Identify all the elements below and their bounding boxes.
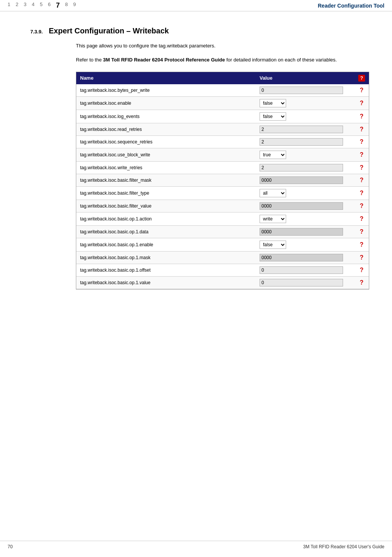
param-name: tag.writeback.isoc.sequence_retries <box>76 135 256 148</box>
nav-item-4[interactable]: 4 <box>32 2 35 9</box>
help-icon[interactable]: ? <box>354 186 369 200</box>
table-row: tag.writeback.isoc.basic.op.1.offset? <box>76 264 369 276</box>
param-name: tag.writeback.isoc.use_block_write <box>76 148 256 161</box>
param-name: tag.writeback.isoc.enable <box>76 96 256 110</box>
config-table-wrapper: Name Value ? tag.writeback.isoc.bytes_pe… <box>76 72 369 290</box>
table-body: tag.writeback.isoc.bytes_per_write?tag.w… <box>76 84 369 289</box>
app-title: Reader Configuration Tool <box>318 3 384 9</box>
col-value-header: Value <box>256 72 354 84</box>
param-select[interactable]: falsetrue <box>260 99 286 107</box>
param-input[interactable] <box>260 228 343 236</box>
desc2-bold: 3M Toll RFID Reader 6204 Protocol Refere… <box>103 57 225 63</box>
param-input[interactable] <box>260 266 343 274</box>
nav-item-9[interactable]: 9 <box>73 2 76 9</box>
param-value-cell <box>256 161 354 174</box>
param-value-cell <box>256 251 354 264</box>
help-icon[interactable]: ? <box>354 135 369 148</box>
param-name: tag.writeback.isoc.log_events <box>76 110 256 123</box>
description2: Refer to the 3M Toll RFID Reader 6204 Pr… <box>76 56 369 64</box>
table-row: tag.writeback.isoc.basic.filter_mask? <box>76 174 369 186</box>
help-icon[interactable]: ? <box>354 123 369 135</box>
param-name: tag.writeback.isoc.bytes_per_write <box>76 84 256 97</box>
nav-item-6[interactable]: 6 <box>48 2 50 9</box>
col-help-header: ? <box>354 72 369 84</box>
table-row: tag.writeback.isoc.bytes_per_write? <box>76 84 369 97</box>
param-input[interactable] <box>260 126 343 133</box>
table-row: tag.writeback.isoc.basic.filter_typealln… <box>76 186 369 200</box>
nav-numbers: 123456789 <box>8 2 76 9</box>
help-header-icon[interactable]: ? <box>358 75 365 82</box>
table-row: tag.writeback.isoc.write_retries? <box>76 161 369 174</box>
section-heading: 7.3.9. Expert Configuration – Writeback <box>30 27 369 35</box>
param-value-cell <box>256 276 354 289</box>
help-icon[interactable]: ? <box>354 276 369 289</box>
nav-item-7[interactable]: 7 <box>56 2 60 9</box>
param-value-cell: falsetrue <box>256 110 354 123</box>
param-input[interactable] <box>260 138 343 146</box>
param-name: tag.writeback.isoc.basic.op.1.enable <box>76 238 256 251</box>
description1: This page allows you to configure the ta… <box>76 42 369 50</box>
param-input[interactable] <box>260 164 343 172</box>
help-icon[interactable]: ? <box>354 174 369 186</box>
help-icon[interactable]: ? <box>354 212 369 225</box>
table-row: tag.writeback.isoc.basic.op.1.enablefals… <box>76 238 369 251</box>
nav-item-8[interactable]: 8 <box>65 2 68 9</box>
help-icon[interactable]: ? <box>354 225 369 238</box>
main-content: 7.3.9. Expert Configuration – Writeback … <box>0 11 392 305</box>
config-table: Name Value ? tag.writeback.isoc.bytes_pe… <box>76 72 369 289</box>
param-select[interactable]: truefalse <box>260 151 286 159</box>
help-icon[interactable]: ? <box>354 238 369 251</box>
param-name: tag.writeback.isoc.basic.filter_type <box>76 186 256 200</box>
param-select[interactable]: allnone <box>260 189 286 197</box>
nav-item-3[interactable]: 3 <box>24 2 26 9</box>
desc2-prefix: Refer to the <box>76 57 103 63</box>
table-row: tag.writeback.isoc.read_retries? <box>76 123 369 135</box>
section-title: Expert Configuration – Writeback <box>49 27 169 35</box>
help-icon[interactable]: ? <box>354 200 369 212</box>
param-input[interactable] <box>260 87 343 94</box>
table-row: tag.writeback.isoc.sequence_retries? <box>76 135 369 148</box>
col-name-header: Name <box>76 72 256 84</box>
table-row: tag.writeback.isoc.basic.op.1.value? <box>76 276 369 289</box>
param-input[interactable] <box>260 279 343 286</box>
param-input[interactable] <box>260 254 343 261</box>
param-name: tag.writeback.isoc.basic.op.1.value <box>76 276 256 289</box>
help-icon[interactable]: ? <box>354 161 369 174</box>
help-icon[interactable]: ? <box>354 110 369 123</box>
param-value-cell <box>256 174 354 186</box>
param-input[interactable] <box>260 202 343 210</box>
param-value-cell <box>256 225 354 238</box>
footer-doc-title: 3M Toll RFID Reader 6204 User's Guide <box>303 544 384 549</box>
param-name: tag.writeback.isoc.basic.op.1.data <box>76 225 256 238</box>
param-name: tag.writeback.isoc.write_retries <box>76 161 256 174</box>
param-select[interactable]: writeread <box>260 215 286 223</box>
table-row: tag.writeback.isoc.basic.op.1.actionwrit… <box>76 212 369 225</box>
table-row: tag.writeback.isoc.basic.op.1.mask? <box>76 251 369 264</box>
table-row: tag.writeback.isoc.basic.filter_value? <box>76 200 369 212</box>
help-icon[interactable]: ? <box>354 96 369 110</box>
table-row: tag.writeback.isoc.use_block_writetruefa… <box>76 148 369 161</box>
param-value-cell: falsetrue <box>256 238 354 251</box>
table-row: tag.writeback.isoc.log_eventsfalsetrue? <box>76 110 369 123</box>
help-icon[interactable]: ? <box>354 251 369 264</box>
nav-item-2[interactable]: 2 <box>16 2 18 9</box>
param-name: tag.writeback.isoc.basic.op.1.offset <box>76 264 256 276</box>
param-input[interactable] <box>260 176 343 184</box>
footer: 70 3M Toll RFID Reader 6204 User's Guide <box>0 541 392 549</box>
nav-item-5[interactable]: 5 <box>40 2 43 9</box>
param-value-cell: truefalse <box>256 148 354 161</box>
desc2-suffix: for detailed information on each of thes… <box>225 57 337 63</box>
param-name: tag.writeback.isoc.read_retries <box>76 123 256 135</box>
table-row: tag.writeback.isoc.enablefalsetrue? <box>76 96 369 110</box>
nav-item-1[interactable]: 1 <box>8 2 10 9</box>
help-icon[interactable]: ? <box>354 148 369 161</box>
param-name: tag.writeback.isoc.basic.filter_mask <box>76 174 256 186</box>
param-value-cell: falsetrue <box>256 96 354 110</box>
param-select[interactable]: falsetrue <box>260 241 286 249</box>
footer-page-number: 70 <box>8 544 13 549</box>
help-icon[interactable]: ? <box>354 84 369 97</box>
param-name: tag.writeback.isoc.basic.op.1.mask <box>76 251 256 264</box>
param-select[interactable]: falsetrue <box>260 112 286 121</box>
help-icon[interactable]: ? <box>354 264 369 276</box>
param-name: tag.writeback.isoc.basic.filter_value <box>76 200 256 212</box>
